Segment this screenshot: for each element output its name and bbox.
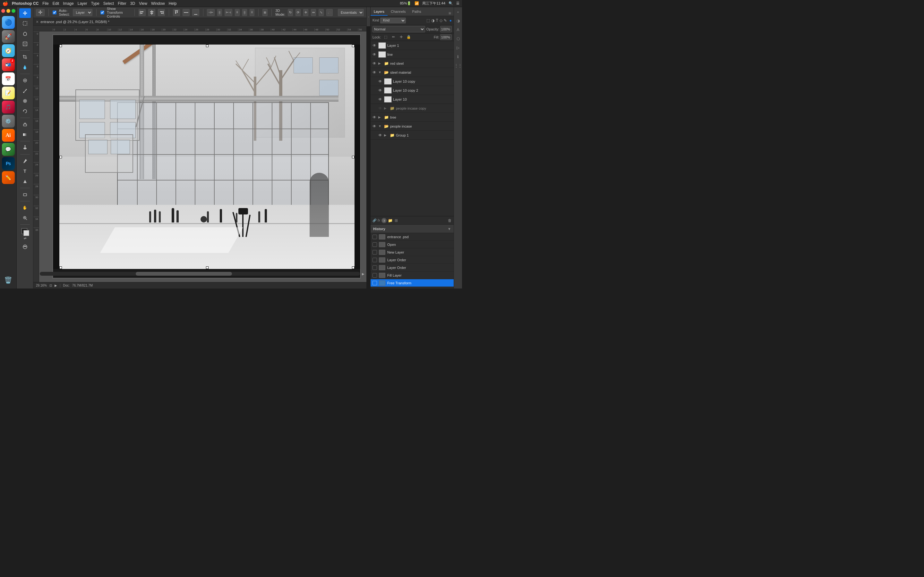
- maximize-btn[interactable]: [11, 9, 15, 13]
- gradient-tool[interactable]: [19, 130, 31, 139]
- layer-fx-link-btn[interactable]: 🔗: [373, 219, 376, 222]
- dock-notes[interactable]: 📝: [2, 87, 15, 99]
- menu-type[interactable]: Type: [91, 1, 99, 6]
- distribute-top-btn[interactable]: ⠿: [235, 9, 240, 16]
- menu-filter[interactable]: Filter: [118, 1, 126, 6]
- distribute-center-h-btn[interactable]: ⣿: [217, 9, 222, 16]
- brush-tool[interactable]: [19, 86, 31, 95]
- minimize-btn[interactable]: [6, 9, 10, 13]
- side-actions-icon[interactable]: ▷: [455, 44, 462, 51]
- side-patterns-icon[interactable]: ⋮⋮: [455, 62, 462, 69]
- search-menu-icon[interactable]: 🔍: [449, 1, 453, 5]
- 3d-camera-btn[interactable]: 🎥: [326, 9, 333, 16]
- show-transform-checkbox[interactable]: [100, 11, 104, 15]
- lasso-tool[interactable]: [19, 29, 31, 39]
- lock-transparent-btn[interactable]: ⬚: [383, 34, 389, 40]
- hand-tool[interactable]: ✋: [19, 203, 31, 213]
- horizontal-scrollbar[interactable]: ▶: [40, 272, 360, 276]
- tab-paths[interactable]: Paths: [409, 8, 425, 16]
- clone-stamp-tool[interactable]: [19, 96, 31, 106]
- layer-visibility-toggle[interactable]: 👁: [372, 43, 377, 48]
- align-center-h-btn[interactable]: [148, 9, 155, 16]
- object-select-tool[interactable]: [19, 39, 31, 49]
- menu-select[interactable]: Select: [103, 1, 114, 6]
- layer-visibility-toggle[interactable]: 👁: [372, 52, 377, 57]
- delete-layer-btn[interactable]: 🗑: [448, 218, 452, 223]
- 3d-roll-btn[interactable]: ⟳: [296, 9, 300, 16]
- menu-file[interactable]: File: [42, 1, 48, 6]
- auto-select-checkbox[interactable]: [53, 11, 57, 15]
- crop-tool[interactable]: [19, 52, 31, 62]
- dock-notification[interactable]: 📬 2: [2, 58, 15, 71]
- tab-layers[interactable]: Layers: [371, 8, 388, 16]
- auto-select-dropdown[interactable]: Layer Group: [73, 9, 92, 16]
- distribute-right-btn[interactable]: ⊢⊣: [225, 9, 232, 16]
- layer-item[interactable]: 👁 ▼ 📂 people incase: [371, 122, 454, 131]
- layer-fx-btn[interactable]: fx: [378, 219, 380, 222]
- layer-item[interactable]: 👁 ▶ 📁 tree: [371, 113, 454, 122]
- layer-group-expand-icon[interactable]: ▼: [378, 124, 383, 128]
- filter-pixel-icon[interactable]: ⬚: [426, 18, 430, 23]
- tab-close-btn[interactable]: ×: [36, 19, 39, 24]
- history-item[interactable]: Open: [371, 241, 454, 248]
- layer-item[interactable]: 👁 Layer 10: [371, 95, 454, 104]
- workspace-selector[interactable]: Essentials: [338, 9, 364, 16]
- foreground-color[interactable]: [20, 227, 30, 235]
- layer-item[interactable]: 👁 Layer 1: [371, 41, 454, 50]
- dodge-tool[interactable]: [19, 143, 31, 153]
- blend-mode-select[interactable]: Normal Dissolve Multiply Screen Overlay: [373, 26, 425, 32]
- filter-adj-icon[interactable]: ◑: [431, 18, 435, 23]
- layer-item[interactable]: 👁 ▶ 📁 people incase copy: [371, 104, 454, 113]
- panel-collapse-handle[interactable]: ‹: [367, 7, 370, 26]
- history-brush-tool[interactable]: [19, 106, 31, 116]
- menu-3d[interactable]: 3D: [130, 1, 135, 6]
- apple-icon[interactable]: 🍎: [3, 1, 8, 6]
- layer-visibility-toggle[interactable]: 👁: [378, 97, 383, 102]
- filter-enable-toggle[interactable]: ●: [449, 18, 452, 23]
- panel-menu-btn[interactable]: ≡: [446, 11, 454, 16]
- dock-sketch[interactable]: ✏️: [2, 171, 15, 184]
- dock-chat[interactable]: 💬: [2, 143, 15, 156]
- layer-item[interactable]: 👁 Layer 10 copy 2: [371, 86, 454, 95]
- align-bottom-btn[interactable]: [192, 9, 199, 16]
- dock-safari[interactable]: 🧭: [2, 44, 15, 57]
- layer-group-expand-icon[interactable]: ▶: [384, 106, 389, 110]
- side-adjustments-icon[interactable]: ◑: [455, 17, 462, 24]
- align-top-btn[interactable]: [173, 9, 180, 16]
- layer-group-expand-icon[interactable]: ▶: [378, 115, 383, 119]
- opacity-input[interactable]: 100%: [440, 26, 452, 32]
- side-info-icon[interactable]: ℹ: [455, 53, 462, 60]
- filter-smart-icon[interactable]: ✎: [444, 18, 447, 23]
- dock-calendar[interactable]: 📅: [2, 73, 15, 85]
- dock-finder[interactable]: 🔵: [2, 16, 15, 29]
- dock-trash[interactable]: 🗑️: [2, 274, 15, 287]
- close-btn[interactable]: [1, 9, 5, 13]
- dock-music[interactable]: 🎵: [2, 101, 15, 113]
- new-layer-btn[interactable]: ⊞: [395, 218, 398, 223]
- menu-photoshop[interactable]: Photoshop CC: [12, 1, 39, 6]
- menu-help[interactable]: Help: [169, 1, 177, 6]
- scroll-play-btn[interactable]: ▶: [362, 272, 366, 276]
- history-item[interactable]: New Layer: [371, 248, 454, 256]
- swap-colors[interactable]: ⇄: [24, 237, 26, 240]
- path-select-tool[interactable]: [19, 177, 31, 186]
- zoom-expand-btn[interactable]: ⊡: [49, 284, 52, 287]
- menu-edit[interactable]: Edit: [53, 1, 59, 6]
- layer-item[interactable]: 👁 ▼ 📂 steel material: [371, 68, 454, 77]
- distribute-v-btn[interactable]: ⣿: [242, 9, 247, 16]
- history-item[interactable]: Layer Order: [371, 256, 454, 264]
- side-3d-icon[interactable]: ⬡: [455, 35, 462, 42]
- layer-item[interactable]: 👁 ▶ 📁 red steel: [371, 59, 454, 68]
- layer-visibility-toggle[interactable]: 👁: [378, 133, 383, 138]
- layer-group-expand-icon[interactable]: ▼: [378, 71, 383, 74]
- dock-photoshop[interactable]: Ps: [2, 157, 15, 170]
- 3d-rotate-btn[interactable]: ↻: [288, 9, 293, 16]
- tab-channels[interactable]: Channels: [388, 8, 409, 16]
- layer-adjustment-btn[interactable]: ◑: [381, 218, 387, 223]
- layer-visibility-toggle[interactable]: 👁: [372, 115, 377, 120]
- filter-shape-icon[interactable]: ◇: [439, 18, 443, 23]
- eyedropper-tool[interactable]: 💧: [19, 63, 31, 72]
- filter-type-select[interactable]: Kind Name Effect Mode: [380, 18, 406, 23]
- layer-visibility-toggle[interactable]: 👁: [378, 106, 383, 111]
- layer-visibility-toggle[interactable]: 👁: [372, 124, 377, 129]
